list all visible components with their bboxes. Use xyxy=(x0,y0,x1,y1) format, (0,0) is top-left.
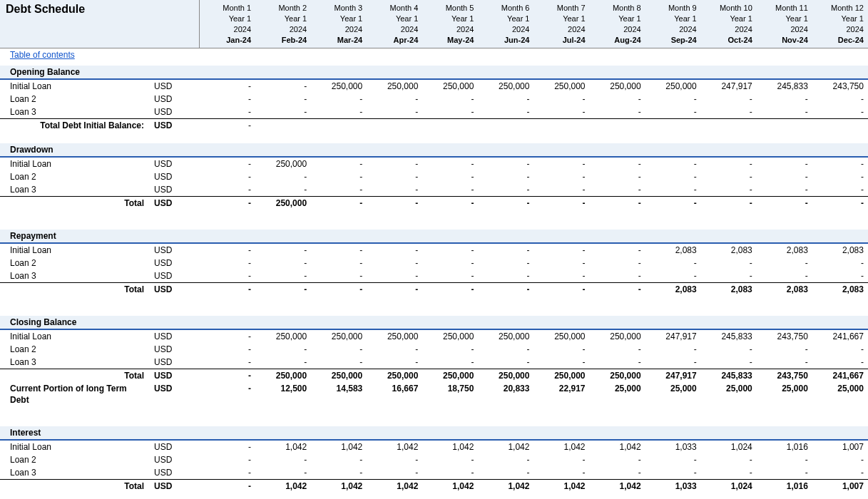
cell[interactable]: - xyxy=(812,356,868,369)
cell[interactable]: 250,000 xyxy=(255,330,311,343)
cell[interactable]: - xyxy=(200,453,255,466)
cell[interactable]: 2,083 xyxy=(645,283,701,296)
cell[interactable]: - xyxy=(757,158,812,170)
cell[interactable]: 241,667 xyxy=(812,330,868,343)
cell[interactable]: 250,000 xyxy=(367,80,422,93)
cell[interactable]: - xyxy=(533,158,589,170)
cell[interactable]: 250,000 xyxy=(645,80,701,93)
cell[interactable]: - xyxy=(590,466,645,479)
cell[interactable]: - xyxy=(367,466,422,479)
cell[interactable]: - xyxy=(590,158,645,170)
cell[interactable]: 250,000 xyxy=(367,369,422,382)
cell[interactable]: - xyxy=(200,480,255,493)
cell[interactable]: 250,000 xyxy=(422,80,478,93)
cell[interactable]: 1,007 xyxy=(812,480,868,493)
cell[interactable]: 1,033 xyxy=(645,441,701,453)
cell[interactable]: - xyxy=(200,80,255,93)
cell[interactable]: - xyxy=(701,356,757,369)
cell[interactable] xyxy=(533,119,589,132)
cell[interactable]: - xyxy=(757,356,812,369)
cell[interactable] xyxy=(812,119,868,132)
cell[interactable]: - xyxy=(701,453,757,466)
cell[interactable]: - xyxy=(478,453,533,466)
cell[interactable]: - xyxy=(422,170,478,183)
cell[interactable]: 250,000 xyxy=(590,330,645,343)
cell[interactable]: - xyxy=(200,441,255,453)
cell[interactable]: - xyxy=(200,244,255,257)
cell[interactable]: - xyxy=(200,356,255,369)
cell[interactable]: - xyxy=(478,466,533,479)
cell[interactable]: - xyxy=(701,183,757,196)
cell[interactable]: 250,000 xyxy=(590,80,645,93)
cell[interactable]: 250,000 xyxy=(422,369,478,382)
cell[interactable]: - xyxy=(255,269,311,282)
cell[interactable]: - xyxy=(200,257,255,269)
cell[interactable]: 243,750 xyxy=(812,80,868,93)
cell[interactable]: - xyxy=(645,343,701,356)
cell[interactable]: - xyxy=(478,183,533,196)
cell[interactable]: - xyxy=(590,183,645,196)
cell[interactable]: - xyxy=(200,197,255,210)
cell[interactable]: - xyxy=(478,269,533,282)
cell[interactable]: - xyxy=(200,466,255,479)
cell[interactable]: 250,000 xyxy=(590,369,645,382)
cell[interactable]: 2,083 xyxy=(757,244,812,257)
cell[interactable]: - xyxy=(812,93,868,106)
cell[interactable]: - xyxy=(757,453,812,466)
cell[interactable]: 250,000 xyxy=(311,330,367,343)
cell[interactable]: 243,750 xyxy=(757,369,812,382)
cell[interactable]: - xyxy=(590,197,645,210)
cell[interactable]: - xyxy=(478,356,533,369)
cell[interactable]: 12,500 xyxy=(255,382,311,406)
cell[interactable]: - xyxy=(533,343,589,356)
cell[interactable]: 1,042 xyxy=(422,441,478,453)
cell[interactable]: 1,042 xyxy=(422,480,478,493)
cell[interactable]: - xyxy=(255,343,311,356)
cell[interactable]: - xyxy=(590,343,645,356)
cell[interactable]: - xyxy=(311,356,367,369)
cell[interactable] xyxy=(255,119,311,132)
cell[interactable]: - xyxy=(645,170,701,183)
cell[interactable]: - xyxy=(200,93,255,106)
cell[interactable]: 2,083 xyxy=(812,283,868,296)
cell[interactable]: - xyxy=(367,170,422,183)
cell[interactable]: - xyxy=(757,257,812,269)
cell[interactable]: - xyxy=(533,183,589,196)
cell[interactable] xyxy=(701,119,757,132)
cell[interactable]: 250,000 xyxy=(255,158,311,170)
cell[interactable]: 250,000 xyxy=(367,330,422,343)
cell[interactable]: 1,024 xyxy=(701,441,757,453)
cell[interactable]: - xyxy=(200,369,255,382)
cell[interactable]: - xyxy=(200,269,255,282)
cell[interactable]: 1,042 xyxy=(590,480,645,493)
cell[interactable]: - xyxy=(311,93,367,106)
cell[interactable]: 1,024 xyxy=(701,480,757,493)
cell[interactable]: - xyxy=(812,257,868,269)
cell[interactable]: - xyxy=(478,93,533,106)
cell[interactable]: - xyxy=(645,466,701,479)
cell[interactable]: - xyxy=(701,197,757,210)
cell[interactable]: 245,833 xyxy=(701,330,757,343)
cell[interactable]: - xyxy=(812,183,868,196)
cell[interactable]: - xyxy=(422,158,478,170)
cell[interactable]: - xyxy=(478,283,533,296)
cell[interactable]: - xyxy=(422,183,478,196)
cell[interactable]: - xyxy=(701,93,757,106)
cell[interactable]: - xyxy=(200,283,255,296)
cell[interactable]: - xyxy=(645,453,701,466)
cell[interactable]: - xyxy=(533,269,589,282)
cell[interactable]: - xyxy=(367,269,422,282)
cell[interactable]: 250,000 xyxy=(311,80,367,93)
cell[interactable]: - xyxy=(757,183,812,196)
cell[interactable]: - xyxy=(422,356,478,369)
cell[interactable] xyxy=(645,119,701,132)
cell[interactable]: - xyxy=(311,257,367,269)
cell[interactable]: - xyxy=(367,158,422,170)
cell[interactable]: - xyxy=(255,93,311,106)
cell[interactable]: - xyxy=(533,257,589,269)
cell[interactable]: 1,016 xyxy=(757,480,812,493)
cell[interactable]: - xyxy=(200,106,255,118)
cell[interactable]: - xyxy=(533,244,589,257)
cell[interactable]: 247,917 xyxy=(645,369,701,382)
cell[interactable]: 22,917 xyxy=(533,382,589,406)
